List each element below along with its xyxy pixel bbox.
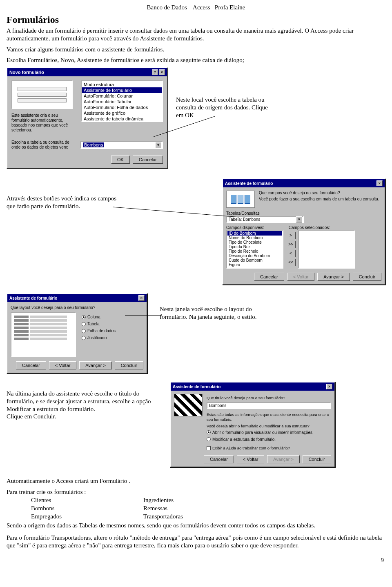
available-field-item[interactable]: ID do Bombom — [227, 231, 282, 236]
after-p1: Automaticamente o Access criará um Formu… — [7, 477, 385, 485]
available-field-item[interactable]: Figura — [227, 262, 282, 267]
layout-radio[interactable] — [82, 322, 86, 326]
add-all-button[interactable]: >> — [286, 241, 296, 248]
wizard-description: Este assistente cria o seu formulário au… — [11, 113, 77, 133]
radio-modify-form-label: Modificar a estrutura do formulário. — [212, 437, 276, 442]
add-one-button[interactable]: > — [286, 232, 296, 239]
form-name-item: Transportadoras — [143, 512, 183, 520]
close-icon[interactable]: × — [159, 69, 165, 75]
checkered-flag-icon — [174, 394, 203, 416]
help-checkbox[interactable] — [207, 446, 211, 450]
page-header: Banco de Dados – Access –Profa Elaine — [7, 4, 385, 11]
form-type-option[interactable]: Assistente de tabela dinâmica — [82, 116, 162, 122]
callout-source: Neste local você escolhe a tabela ou con… — [176, 96, 270, 119]
layout-radio[interactable] — [82, 329, 86, 333]
dialog-titlebar: Assistente de formulário × — [7, 294, 147, 302]
layout-radio-label: Coluna — [87, 315, 100, 319]
intro-p3: Escolha Formulários, Novo, Assistente de… — [7, 56, 385, 64]
form-type-option[interactable]: AutoFormulário: Tabular — [82, 99, 162, 105]
dialog-titlebar: Assistente de formulário × — [223, 179, 385, 187]
next-button[interactable]: Avançar > — [79, 361, 112, 369]
form-title-input[interactable]: Bombons — [207, 402, 331, 409]
form-type-option[interactable]: Modo estrutura — [82, 82, 162, 87]
available-fields-listbox[interactable]: ID do BombomNome do BombomTipo do Chocol… — [226, 230, 283, 269]
available-field-item[interactable]: Descrição do Bombom — [227, 253, 282, 258]
layout-radio-label: Justificado — [87, 336, 107, 340]
form-name-item: Clientes — [31, 496, 62, 504]
radio-modify-form[interactable] — [207, 437, 211, 441]
document-page: Banco de Dados – Access –Profa Elaine Fo… — [0, 0, 392, 572]
available-field-item[interactable]: Tipo do Chocolate — [227, 240, 282, 245]
tables-queries-label: Tabelas/Consultas — [226, 211, 381, 216]
form-preview-icon — [11, 80, 73, 109]
after-p3: Sendo a origem dos dados as Tabelas de m… — [7, 522, 385, 529]
wizard-banner-icon — [226, 191, 255, 208]
callout-layout: Nesta janela você escolhe o layout do fo… — [160, 293, 266, 321]
layout-radio[interactable] — [82, 336, 86, 340]
dialog-title: Novo formulário — [9, 70, 44, 75]
next-button[interactable]: Avançar > — [317, 273, 350, 281]
selected-fields-listbox[interactable] — [298, 230, 355, 269]
form-type-option[interactable]: AutoFormulário: Colunar — [82, 93, 162, 99]
form-type-option[interactable]: AutoFormulário: Folha de dados — [82, 105, 162, 110]
form-type-option[interactable]: Assistente de formulário — [82, 87, 162, 93]
wizard-layout-dialog: Assistente de formulário × Que layout vo… — [7, 293, 147, 374]
next-button[interactable]: Avançar > — [267, 455, 300, 463]
dialog-titlebar: Assistente de formulário × — [171, 382, 334, 391]
callout-final: Na última janela do assistente você esco… — [7, 382, 162, 420]
after-p2: Para treinar crie os formulários : — [7, 488, 385, 496]
layout-radio-label: Folha de dados — [87, 329, 116, 333]
layout-question: Que layout você deseja para o seu formul… — [11, 305, 143, 310]
finish-info1: Estas são todas as informações que o ass… — [207, 412, 331, 422]
back-button[interactable]: < Voltar — [49, 361, 77, 369]
form-type-listbox[interactable]: Modo estruturaAssistente de formulárioAu… — [81, 80, 163, 122]
after-p4: Para o formulário Transportadoras, alter… — [7, 534, 385, 549]
layout-radio-label: Tabela — [87, 322, 99, 326]
dialog-title: Assistente de formulário — [225, 181, 273, 186]
layout-radio[interactable] — [82, 315, 86, 319]
finish-button[interactable]: Concluir — [303, 455, 331, 463]
cancel-button[interactable]: Cancelar — [254, 273, 284, 281]
radio-open-form[interactable] — [207, 430, 211, 434]
source-combobox-value: Bombons — [83, 142, 104, 147]
form-name-item: Empregados — [31, 512, 62, 520]
chevron-down-icon[interactable]: ▼ — [296, 216, 302, 222]
back-button[interactable]: < Voltar — [287, 273, 315, 281]
source-label: Escolha a tabela ou consulta de onde os … — [11, 140, 77, 150]
chevron-down-icon[interactable]: ▼ — [155, 142, 161, 148]
radio-open-form-label: Abrir o formulário para visualizar ou in… — [212, 430, 314, 435]
form-type-option[interactable]: Assistente de gráfico — [82, 110, 162, 116]
remove-one-button[interactable]: < — [286, 250, 296, 257]
close-icon[interactable]: × — [326, 384, 332, 389]
back-button[interactable]: < Voltar — [237, 455, 265, 463]
cancel-button[interactable]: Cancelar — [16, 361, 46, 369]
layout-options: ColunaTabelaFolha de dadosJustificado — [82, 312, 116, 357]
close-icon[interactable]: × — [376, 180, 383, 186]
form-name-item: Ingredientes — [143, 496, 183, 504]
dialog-titlebar: Novo formulário ? × — [7, 68, 167, 76]
cancel-button[interactable]: Cancelar — [204, 455, 234, 463]
available-field-item[interactable]: Nome do Bombom — [227, 236, 282, 240]
ok-button[interactable]: OK — [111, 156, 130, 164]
finish-info2: Você deseja abrir o formulário ou modifi… — [207, 424, 331, 429]
field-move-buttons: > >> < << — [286, 230, 296, 269]
available-field-item[interactable]: Custo do Bombom — [227, 258, 282, 262]
wizard-prompt2: Você pode fazer a sua escolha em mais de… — [259, 197, 381, 201]
available-field-item[interactable]: Tipo da Noz — [227, 245, 282, 249]
finish-button[interactable]: Concluir — [115, 361, 143, 369]
tables-queries-value: Tabela: Bombons — [229, 217, 260, 222]
tables-queries-combobox[interactable]: Tabela: Bombons ▼ — [226, 216, 304, 223]
cancel-button[interactable]: Cancelar — [133, 156, 163, 164]
intro-p2: Vamos criar alguns formulários com o ass… — [7, 46, 385, 53]
finish-button[interactable]: Concluir — [353, 273, 381, 281]
source-combobox[interactable]: Bombons ▼ — [80, 141, 163, 149]
wizard-fields-dialog: Assistente de formulário × Que campos vo… — [222, 178, 385, 285]
title-question: Que título você deseja para o seu formul… — [207, 396, 331, 400]
remove-all-button[interactable]: << — [286, 259, 296, 266]
dialog-title: Assistente de formulário — [173, 385, 220, 389]
section-title: Formulários — [7, 14, 385, 25]
selected-fields-label: Campos selecionados: — [289, 225, 330, 230]
close-icon[interactable]: × — [138, 295, 145, 301]
help-icon[interactable]: ? — [152, 69, 158, 75]
available-field-item[interactable]: Tipo do Recheio — [227, 249, 282, 253]
